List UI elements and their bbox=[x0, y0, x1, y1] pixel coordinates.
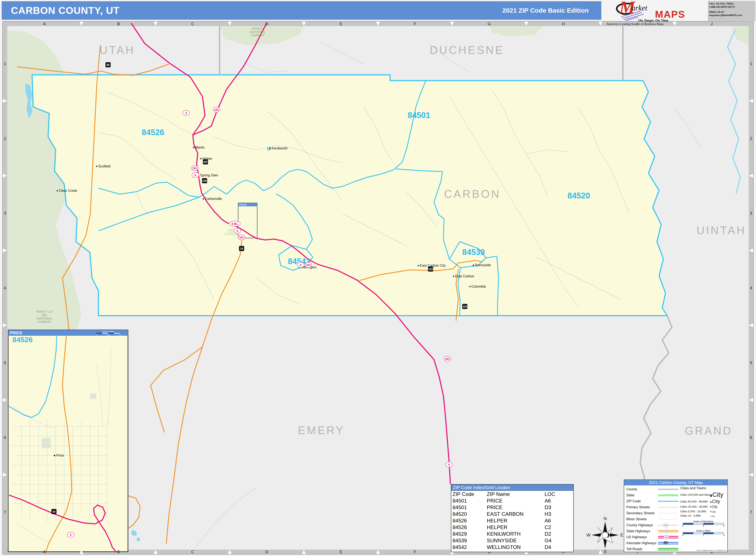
grid-col-label: C bbox=[191, 550, 194, 554]
legend-item: State bbox=[626, 492, 679, 498]
town-label: Clear Creek bbox=[59, 189, 77, 193]
grid-col-label: J bbox=[711, 22, 713, 26]
table-row: 84542WELLINGTOND4 bbox=[451, 544, 573, 550]
us-route-shield: 6 bbox=[192, 172, 199, 177]
legend: 2021 Carbon County, UT Map CountyStateZI… bbox=[624, 480, 728, 552]
shield-number: 123 bbox=[428, 268, 433, 271]
us-route-shield: 191 bbox=[444, 356, 451, 361]
town-dot bbox=[418, 265, 419, 266]
edition-label: 2021 ZIP Code Basic Edition bbox=[502, 1, 589, 20]
grid-col-label: B bbox=[117, 22, 120, 26]
county-label: UTAH bbox=[99, 44, 135, 56]
table-row: 84520EAST CARBONH3 bbox=[451, 511, 573, 517]
grid-row-label: 1 bbox=[750, 61, 752, 66]
legend-item: Secondary Streets bbox=[626, 510, 679, 516]
shield-number: 157 bbox=[203, 161, 207, 164]
area-label: ASHLEYNATIONALFOREST bbox=[250, 27, 266, 37]
us-route-shield: 6 bbox=[297, 263, 304, 268]
zip-code-label: 84539 bbox=[462, 248, 485, 256]
price-inset-map: 106Price84526PRICEScale in Miles01.252.5 bbox=[8, 330, 128, 552]
town-label: East Carbon bbox=[455, 274, 474, 278]
town-dot bbox=[200, 158, 201, 159]
city-size-row: Cities 5,000 - 24,999City bbox=[680, 509, 726, 514]
grid-col-label: E bbox=[339, 22, 342, 26]
town-dot bbox=[203, 198, 204, 200]
grid-row-label: 5 bbox=[4, 360, 6, 365]
legend-item: County Highways123 bbox=[626, 522, 679, 528]
town-dot bbox=[57, 190, 58, 192]
table-row: 84529KENILWORTHD2 bbox=[451, 530, 573, 537]
scale-bars: Scale in Kilometers036Scale in Miles024 bbox=[680, 520, 726, 537]
table-row: 84539SUNNYSIDEG4 bbox=[451, 537, 573, 544]
logo-subline: America's Leading Source of Business Map… bbox=[606, 22, 664, 26]
shield-number: 6 bbox=[300, 264, 301, 267]
us-route-shield: 6 bbox=[446, 462, 453, 467]
compass-e: E bbox=[620, 533, 623, 537]
zip-index-header-row: ZIP CodeZIP NameLOC bbox=[451, 491, 573, 497]
map-canvas: PRICE UTAHDUCHESNECARBONUINTAHEMERYGRAND… bbox=[0, 0, 756, 556]
inset-town-dot bbox=[54, 455, 56, 456]
state-route-shield: 157 bbox=[203, 159, 208, 165]
grid-col-label: F bbox=[414, 22, 417, 26]
legend-item: Interstate Highways123 bbox=[626, 540, 679, 546]
inset-green-block bbox=[42, 438, 51, 448]
town-label: Kenilworth bbox=[271, 146, 288, 150]
zip-code-label: 84526 bbox=[142, 128, 164, 137]
town-label: Spring Glen bbox=[200, 173, 218, 177]
inset-scale-tick: 2.5 bbox=[119, 334, 121, 336]
shield-number: 10 bbox=[53, 510, 56, 513]
inset-title-text: PRICE bbox=[10, 331, 22, 335]
grid-col-label: B bbox=[117, 550, 120, 554]
compass-s: S bbox=[604, 549, 606, 554]
us-route-shield: 191 bbox=[238, 235, 245, 240]
contact-email: mapsales@MarketMAPS.com bbox=[709, 14, 754, 17]
legend-item: State Highways123 bbox=[626, 528, 679, 534]
grid-row-label: 7 bbox=[750, 510, 752, 515]
us-route-shield: 6-BL bbox=[229, 221, 240, 226]
town-dot bbox=[193, 147, 194, 148]
legend-title: 2021 Carbon County, UT Map bbox=[624, 480, 727, 485]
scale-bar: Scale in Kilometers036 bbox=[680, 520, 726, 527]
county-label: EMERY bbox=[298, 424, 345, 437]
inset-scale-tick: 1.25 bbox=[106, 334, 110, 336]
zip-index-table: ZIP Code Index/Grid Locator ZIP CodeZIP … bbox=[451, 484, 574, 552]
zip-index-title: ZIP Code Index/Grid Locator bbox=[451, 485, 573, 491]
col-loc: LOC bbox=[545, 491, 566, 497]
zip-code-label: 84501 bbox=[408, 111, 430, 120]
table-row: 84526HELPERC2 bbox=[451, 524, 573, 530]
grid-row-label: 2 bbox=[750, 136, 752, 141]
town-label: Carbonville bbox=[205, 197, 222, 201]
shield-number: 6 bbox=[236, 229, 238, 233]
us-route-shield: 6 bbox=[183, 110, 190, 115]
shield-number: 191 bbox=[445, 357, 450, 360]
grid-col-label: G bbox=[488, 22, 491, 26]
compass-center bbox=[602, 532, 608, 538]
contact-call-label: CALL US TOLL FREE! bbox=[709, 2, 754, 5]
grid-row-label: 5 bbox=[750, 360, 752, 365]
table-row: 84501PRICED3 bbox=[451, 504, 573, 511]
inset-scale-seg bbox=[108, 333, 114, 334]
contact-phone: 1-888-434-MAPS (6277) bbox=[709, 5, 754, 8]
inset-town-label: Price bbox=[56, 454, 64, 457]
legend-item: US Highways123 bbox=[626, 534, 679, 540]
shield-number: 6-BL bbox=[232, 222, 238, 225]
shield-number: 10 bbox=[240, 247, 243, 250]
grid-row-label: 1 bbox=[4, 61, 6, 66]
town-label: Sunnyside bbox=[475, 263, 491, 267]
city-size-row: Cities 100,000 and AboveCity bbox=[680, 491, 726, 499]
city-size-row: Cities 25,000 - 49,999City bbox=[680, 505, 726, 509]
us-route-shield: 191 bbox=[213, 107, 220, 112]
compass-n: N bbox=[604, 516, 606, 521]
us-route-shield: 191 bbox=[191, 166, 198, 171]
shield-number: 6 bbox=[70, 533, 71, 536]
grid-col-label: H bbox=[562, 22, 565, 26]
state-route-shield: 123 bbox=[428, 267, 433, 272]
grid-row-label: 6 bbox=[750, 435, 752, 440]
grid-col-label: C bbox=[191, 22, 194, 26]
grid-col-label: A bbox=[43, 550, 46, 554]
town-dot bbox=[453, 276, 454, 277]
grid-row-label: 3 bbox=[4, 211, 6, 215]
city-size-row: Cities 10 - 4,999City bbox=[680, 514, 726, 518]
grid-row-label: 4 bbox=[750, 286, 752, 290]
legend-item: Toll Roads bbox=[626, 546, 679, 552]
